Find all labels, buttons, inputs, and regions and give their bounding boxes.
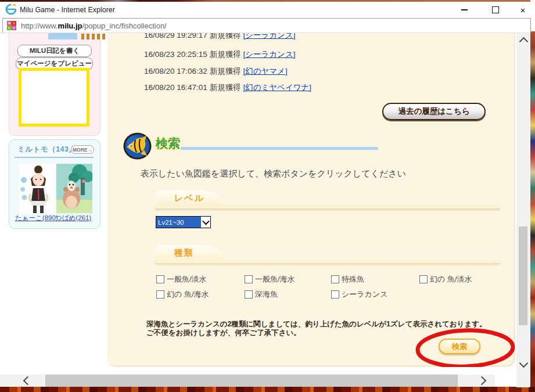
- friend-link-tsubame[interactable]: つばめ(261): [55, 214, 91, 222]
- fish-link[interactable]: [シーラカンス]: [243, 33, 295, 39]
- chevron-down-icon: [201, 217, 210, 228]
- checkbox-phantom-saltwater[interactable]: 幻の 魚/海水: [156, 289, 209, 300]
- checkbox-general-freshwater[interactable]: 一般魚/淡水: [156, 274, 207, 285]
- scroll-right-icon[interactable]: [479, 377, 485, 384]
- level-select[interactable]: Lv21~30: [156, 216, 211, 228]
- checkbox-icon[interactable]: [156, 290, 164, 299]
- checkbox-phantom-freshwater[interactable]: 幻の 魚/淡水: [419, 274, 472, 285]
- fish-link[interactable]: [シーラカンス]: [243, 50, 295, 59]
- checkbox-icon[interactable]: [419, 275, 428, 283]
- level-select-value: Lv21~30: [156, 217, 201, 228]
- close-button[interactable]: ×: [515, 4, 530, 16]
- maximize-button[interactable]: [488, 4, 503, 16]
- vertical-scrollbar[interactable]: [516, 33, 530, 387]
- mypage-preview-area: [19, 68, 89, 127]
- type-tab-header: 種類: [155, 245, 500, 263]
- checkbox-icon[interactable]: [245, 275, 253, 283]
- checkbox-general-saltwater[interactable]: 一般魚/海水: [245, 274, 295, 285]
- url-text: http://www.milu.jp/popup_inc/fishcollect…: [21, 21, 167, 30]
- clipped-tab-fragment: [48, 33, 77, 39]
- fish-link[interactable]: [幻のミヤベイワナ]: [243, 83, 311, 92]
- history-row: 16/08/20 16:47:01 新規獲得 [幻のミヤベイワナ]: [144, 82, 311, 92]
- vertical-scroll-thumb[interactable]: [519, 226, 527, 325]
- checkbox-icon[interactable]: [331, 275, 339, 283]
- checkbox-icon[interactable]: [245, 290, 253, 299]
- checkbox-icon[interactable]: [331, 290, 339, 299]
- minimize-button[interactable]: [457, 4, 472, 16]
- history-row: 16/08/23 20:25:15 新規獲得 [シーラカンス]: [144, 49, 295, 59]
- clipped-label-fragment: [81, 34, 106, 39]
- friend-avatar-taako[interactable]: [19, 164, 55, 213]
- section-divider: [181, 147, 378, 150]
- address-bar[interactable]: M I L U http://www.milu.jp/popup_inc/fis…: [2, 18, 531, 33]
- past-history-button[interactable]: 過去の履歴はこちら: [382, 103, 486, 120]
- desktop-edge-right: [530, 0, 535, 392]
- search-instruction: 表示したい魚図鑑を選択して、検索ボタンをクリックしてください: [141, 168, 406, 179]
- friend-avatar-tsubame[interactable]: [56, 164, 92, 213]
- tropical-fish-icon: [123, 132, 152, 162]
- ie-window: Milu Game - Internet Explorer × M I L U …: [0, 0, 535, 392]
- friends-more-button[interactable]: MORE→: [71, 145, 94, 154]
- scroll-down-icon[interactable]: [520, 360, 527, 366]
- horizontal-scroll-thumb[interactable]: [45, 375, 458, 387]
- title-bar: Milu Game - Internet Explorer ×: [0, 2, 530, 16]
- level-tab-header: レベル: [155, 190, 500, 208]
- write-diary-button[interactable]: MILU日記を書く: [17, 45, 92, 57]
- search-section-title: 検索: [156, 135, 180, 152]
- fish-link[interactable]: [幻のヤマメ]: [243, 67, 287, 75]
- checkbox-special-fish[interactable]: 特殊魚: [331, 274, 364, 285]
- checkbox-icon[interactable]: [156, 275, 164, 283]
- type-tab-label: 種類: [174, 247, 194, 258]
- scroll-up-icon[interactable]: [520, 38, 527, 45]
- fish-collection-panel: 16/08/29 19:29:17 新規獲得 [シーラカンス] 16/08/23…: [107, 33, 515, 367]
- friend-link-taako[interactable]: たぁーこ(890): [15, 214, 58, 222]
- level-tab-label: レベル: [174, 193, 204, 204]
- desktop-edge-bottom: [0, 387, 535, 392]
- history-row: 16/08/20 17:06:32 新規獲得 [幻のヤマメ]: [144, 66, 288, 76]
- ie-logo-icon: [5, 3, 17, 17]
- milu-favicon-icon: M I L U: [7, 21, 16, 30]
- window-title: Milu Game - Internet Explorer: [20, 6, 115, 14]
- history-row: 16/08/29 19:29:17 新規獲得 [シーラカンス]: [144, 33, 295, 40]
- checkbox-deepsea-fish[interactable]: 深海魚: [245, 289, 278, 300]
- friends-divider: [15, 157, 94, 158]
- red-circle-annotation: [413, 325, 515, 367]
- checkbox-coelacanth[interactable]: シーラカンス: [331, 289, 388, 300]
- scroll-left-icon[interactable]: [24, 377, 31, 384]
